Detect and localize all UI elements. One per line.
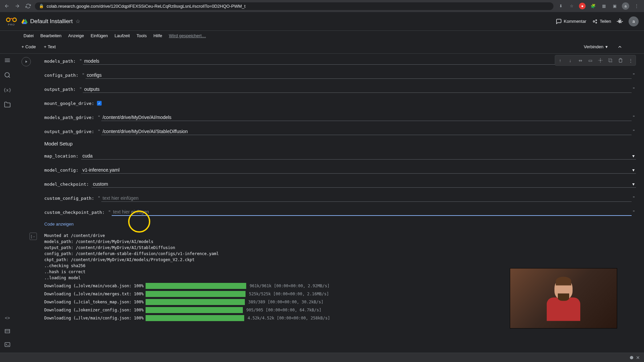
model-config-select[interactable]: v1-inference.yaml▾: [81, 167, 636, 174]
svg-point-3: [596, 19, 597, 20]
download-stats: 905/905 [00:00<00:00, 64.7kB/s]: [246, 307, 321, 313]
settings-button[interactable]: [616, 18, 623, 25]
menu-hilfe[interactable]: Hilfe: [151, 33, 165, 39]
menu-laufzeit[interactable]: Laufzeit: [112, 33, 133, 39]
lock-icon: 🔒: [39, 4, 44, 8]
status-bar: ✕: [0, 353, 644, 362]
reload-button[interactable]: [24, 2, 32, 10]
code-snippets-icon[interactable]: <>: [3, 314, 11, 322]
webcam-overlay: [510, 268, 617, 328]
saving-status: Wird gespeichert…: [166, 33, 209, 39]
forward-button[interactable]: [13, 2, 21, 10]
terminal-icon[interactable]: [3, 341, 11, 349]
url-text: colab.research.google.com/drive/120CdqpI…: [47, 4, 246, 9]
custom-config-label: custom_config_path:: [44, 196, 94, 201]
custom-config-input[interactable]: [101, 195, 632, 202]
command-palette-icon[interactable]: [3, 327, 11, 335]
puzzle-icon[interactable]: 🧩: [590, 3, 596, 9]
verbinden-button[interactable]: Verbinden ▾: [580, 43, 612, 51]
more-button[interactable]: ⋮: [626, 56, 635, 65]
custom-checkpoint-label: custom_checkpoint_path:: [44, 210, 105, 215]
install-icon[interactable]: ⬇: [557, 3, 564, 9]
progress-bar: [146, 283, 246, 289]
download-label: Downloading (…)okenizer_config.json: 100…: [44, 307, 144, 313]
chevron-down-icon: ▾: [632, 181, 635, 187]
progress-bar: [146, 291, 246, 297]
model-config-label: model_config:: [44, 168, 78, 173]
menu-tools[interactable]: Tools: [134, 33, 149, 39]
svg-point-10: [600, 60, 601, 61]
toggle-panel-button[interactable]: [614, 43, 625, 51]
configs-path-input[interactable]: [86, 72, 632, 79]
code-anzeigen-link[interactable]: Code anzeigen: [44, 222, 636, 227]
models-path-label: models_path:: [44, 59, 76, 64]
chevron-down-icon: ▾: [632, 153, 635, 159]
close-status-button[interactable]: ✕: [636, 355, 640, 360]
download-label: Downloading (…)lve/main/config.json: 100…: [44, 315, 144, 321]
drive-icon: [21, 18, 28, 24]
output-gdrive-label: output_path_gdrive:: [44, 129, 94, 134]
mount-gdrive-label: mount_google_drive:: [44, 101, 94, 106]
profile-avatar[interactable]: a: [622, 2, 629, 10]
panel-icon[interactable]: ▣: [611, 3, 618, 9]
variables-icon[interactable]: {x}: [3, 86, 11, 94]
move-up-button[interactable]: ↑: [556, 56, 565, 65]
search-icon[interactable]: [3, 71, 11, 79]
document-title[interactable]: Default Installiert: [30, 18, 73, 25]
svg-point-6: [5, 73, 9, 77]
user-avatar[interactable]: a: [629, 16, 639, 26]
ext-red-icon[interactable]: ●: [579, 3, 586, 9]
download-stats: 525k/525k [00:00<00:00, 2.16MB/s]: [249, 291, 329, 297]
toc-icon[interactable]: [3, 56, 11, 64]
models-gdrive-label: models_path_gdrive:: [44, 115, 94, 120]
add-text-button[interactable]: + Text: [41, 43, 58, 51]
svg-point-0: [6, 18, 10, 22]
star-icon[interactable]: ☆: [568, 3, 575, 9]
cell-settings-button[interactable]: [596, 56, 605, 65]
browser-chrome: 🔒 colab.research.google.com/drive/120Cdq…: [0, 0, 644, 12]
svg-point-2: [593, 20, 595, 22]
mirror-button[interactable]: ⿻: [606, 56, 615, 65]
chevron-down-icon: ▾: [632, 167, 635, 173]
files-icon[interactable]: [3, 101, 11, 109]
comment-button[interactable]: ▭: [586, 56, 595, 65]
output-path-input[interactable]: [83, 86, 632, 93]
menu-anzeige[interactable]: Anzeige: [65, 33, 87, 39]
back-button[interactable]: [3, 2, 11, 10]
progress-bar: [146, 307, 243, 313]
output-path-label: output_path:: [44, 87, 76, 92]
configs-path-label: configs_path:: [44, 73, 78, 78]
progress-bar: [146, 299, 245, 305]
output-gdrive-input[interactable]: [101, 128, 632, 135]
models-gdrive-input[interactable]: [101, 114, 632, 121]
menu-bearbeiten[interactable]: Bearbeiten: [38, 33, 64, 39]
run-button[interactable]: [21, 57, 31, 66]
map-location-select[interactable]: cuda▾: [81, 153, 636, 160]
svg-point-1: [13, 18, 16, 22]
link-button[interactable]: ⇔: [576, 56, 585, 65]
cell-toolbar: ↑ ↓ ⇔ ▭ ⿻ ⋮: [555, 55, 636, 66]
map-location-label: map_location:: [44, 154, 78, 159]
menu-einfugen[interactable]: Einfügen: [88, 33, 110, 39]
custom-checkpoint-input[interactable]: [112, 208, 632, 216]
teilen-button[interactable]: Teilen: [592, 18, 611, 24]
move-down-button[interactable]: ↓: [566, 56, 575, 65]
menu-dots-icon[interactable]: ⋮: [633, 3, 640, 9]
star-button[interactable]: ☆: [75, 18, 80, 24]
download-label: Downloading (…)cial_tokens_map.json: 100…: [44, 299, 144, 305]
add-code-button[interactable]: + Code: [19, 43, 39, 51]
models-path-input[interactable]: [83, 58, 632, 65]
download-stats: 961k/961k [00:00<00:00, 2.92MB/s]: [250, 283, 329, 289]
progress-bar: [146, 315, 244, 321]
ext-grid-icon[interactable]: ▦: [600, 3, 607, 9]
delete-button[interactable]: [616, 56, 625, 65]
model-checkpoint-select[interactable]: custom▾: [92, 181, 636, 188]
output-toggle-icon[interactable]: [→: [30, 233, 37, 240]
menu-datei[interactable]: Datei: [21, 33, 36, 39]
url-bar[interactable]: 🔒 colab.research.google.com/drive/120Cdq…: [35, 2, 553, 10]
colab-logo[interactable]: PRO: [5, 15, 17, 27]
section-model-setup: Model Setup: [44, 141, 636, 146]
download-label: Downloading (…)olve/main/merges.txt: 100…: [44, 291, 144, 297]
mount-gdrive-checkbox[interactable]: ✓: [97, 101, 102, 106]
kommentar-button[interactable]: Kommentar: [556, 18, 586, 24]
